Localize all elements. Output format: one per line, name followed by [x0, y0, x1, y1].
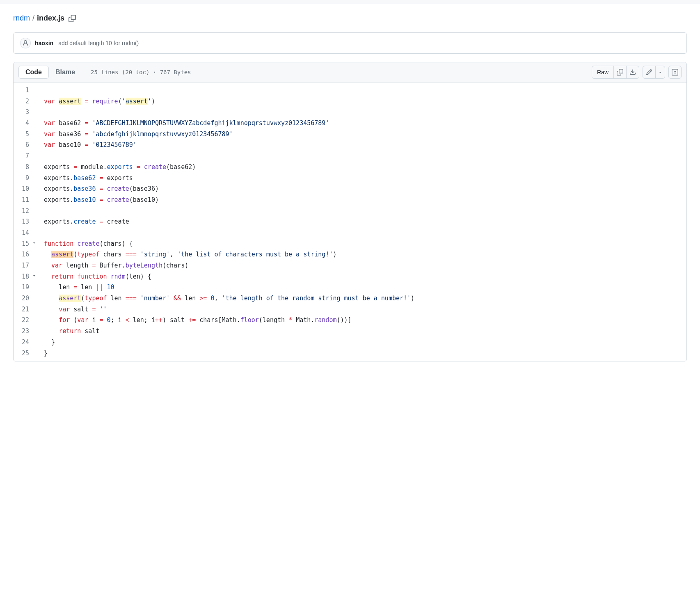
code-line[interactable]: 1	[14, 85, 686, 96]
code-content[interactable]: }	[37, 348, 48, 359]
line-number[interactable]: 9	[14, 173, 37, 184]
line-number[interactable]: 6	[14, 139, 37, 151]
edit-icon[interactable]	[643, 66, 656, 79]
top-border	[0, 0, 700, 4]
code-content[interactable]: return function rndm(len) {	[37, 271, 151, 282]
code-line[interactable]: 12	[14, 206, 686, 217]
commit-author[interactable]: haoxin	[35, 40, 53, 46]
code-line[interactable]: 4var base62 = 'ABCDEFGHIJKLMNOPQRSTUVWXY…	[14, 118, 686, 129]
file-view-box: Code Blame 25 lines (20 loc) · 767 Bytes…	[13, 62, 687, 361]
code-line[interactable]: 5var base36 = 'abcdefghijklmnopqrstuvwxy…	[14, 129, 686, 140]
file-lines: 25 lines (20 loc)	[91, 69, 149, 75]
line-number[interactable]: 17	[14, 260, 37, 271]
line-number[interactable]: 2	[14, 96, 37, 107]
blob-tab-group: Code Blame	[18, 66, 82, 79]
code-content[interactable]: assert(typeof len === 'number' && len >=…	[37, 293, 414, 304]
tab-blame[interactable]: Blame	[49, 66, 82, 78]
line-number[interactable]: 20	[14, 293, 37, 304]
edit-dropdown-icon[interactable]	[655, 66, 665, 79]
code-area[interactable]: 12var assert = require('assert')34var ba…	[14, 82, 686, 361]
line-number[interactable]: 8	[14, 162, 37, 173]
line-number[interactable]: 19	[14, 282, 37, 293]
line-number[interactable]: 5	[14, 129, 37, 140]
code-line[interactable]: 15function create(chars) {	[14, 238, 686, 249]
code-line[interactable]: 13exports.create = create	[14, 216, 686, 227]
code-content[interactable]: var base62 = 'ABCDEFGHIJKLMNOPQRSTUVWXYZ…	[37, 118, 329, 129]
code-content[interactable]	[37, 227, 44, 238]
code-line[interactable]: 3	[14, 107, 686, 118]
code-line[interactable]: 2var assert = require('assert')	[14, 96, 686, 107]
code-content[interactable]: function create(chars) {	[37, 238, 133, 249]
code-line[interactable]: 7	[14, 151, 686, 162]
code-content[interactable]: exports = module.exports = create(base62…	[37, 162, 196, 173]
line-number[interactable]: 3	[14, 107, 37, 118]
line-number[interactable]: 18	[14, 271, 37, 282]
line-number[interactable]: 15	[14, 238, 37, 249]
code-content[interactable]: return salt	[37, 326, 99, 337]
code-line[interactable]: 24 }	[14, 337, 686, 348]
code-line[interactable]: 6var base10 = '0123456789'	[14, 139, 686, 151]
code-content[interactable]: for (var i = 0; i < len; i++) salt += ch…	[37, 315, 352, 326]
copy-icon[interactable]	[613, 66, 627, 79]
line-number[interactable]: 4	[14, 118, 37, 129]
code-line[interactable]: 16 assert(typeof chars === 'string', 'th…	[14, 249, 686, 260]
line-number[interactable]: 16	[14, 249, 37, 260]
code-content[interactable]: var length = Buffer.byteLength(chars)	[37, 260, 188, 271]
code-line[interactable]: 11exports.base10 = create(base10)	[14, 194, 686, 206]
code-content[interactable]: }	[37, 337, 55, 348]
code-line[interactable]: 14	[14, 227, 686, 238]
chevron-down-icon[interactable]	[32, 240, 37, 247]
code-content[interactable]: var salt = ''	[37, 304, 107, 315]
code-content[interactable]	[37, 206, 44, 217]
code-content[interactable]: var base36 = 'abcdefghijklmnopqrstuvwxyz…	[37, 129, 233, 140]
code-content[interactable]: len = len || 10	[37, 282, 114, 293]
code-content[interactable]: var assert = require('assert')	[37, 96, 155, 107]
line-number[interactable]: 7	[14, 151, 37, 162]
tab-code[interactable]: Code	[18, 66, 49, 79]
raw-button[interactable]: Raw	[592, 66, 614, 79]
breadcrumb-file: index.js	[37, 14, 64, 23]
code-content[interactable]: exports.base10 = create(base10)	[37, 194, 159, 206]
line-number[interactable]: 25	[14, 348, 37, 359]
file-size: 767 Bytes	[160, 69, 191, 75]
code-content[interactable]: assert(typeof chars === 'string', 'the l…	[37, 249, 336, 260]
code-line[interactable]: 20 assert(typeof len === 'number' && len…	[14, 293, 686, 304]
code-content[interactable]	[37, 107, 44, 118]
code-content[interactable]: var base10 = '0123456789'	[37, 139, 137, 151]
code-content[interactable]: exports.base36 = create(base36)	[37, 183, 159, 194]
line-number[interactable]: 21	[14, 304, 37, 315]
line-number[interactable]: 10	[14, 183, 37, 194]
dot-separator: ·	[153, 69, 156, 75]
latest-commit-box[interactable]: haoxin add default length 10 for rndm()	[13, 32, 687, 54]
code-line[interactable]: 22 for (var i = 0; i < len; i++) salt +=…	[14, 315, 686, 326]
line-number[interactable]: 23	[14, 326, 37, 337]
line-number[interactable]: 13	[14, 216, 37, 227]
code-line[interactable]: 23 return salt	[14, 326, 686, 337]
code-line[interactable]: 10exports.base36 = create(base36)	[14, 183, 686, 194]
symbols-icon[interactable]	[668, 66, 682, 79]
avatar[interactable]	[20, 38, 31, 48]
code-line[interactable]: 21 var salt = ''	[14, 304, 686, 315]
code-line[interactable]: 17 var length = Buffer.byteLength(chars)	[14, 260, 686, 271]
line-number[interactable]: 11	[14, 194, 37, 206]
code-line[interactable]: 9exports.base62 = exports	[14, 173, 686, 184]
line-number[interactable]: 1	[14, 85, 37, 96]
line-number[interactable]: 12	[14, 206, 37, 217]
code-content[interactable]: exports.create = create	[37, 216, 129, 227]
chevron-down-icon[interactable]	[32, 273, 37, 280]
copy-path-icon[interactable]	[69, 15, 76, 22]
code-content[interactable]	[37, 151, 44, 162]
line-number[interactable]: 14	[14, 227, 37, 238]
code-content[interactable]: exports.base62 = exports	[37, 173, 133, 184]
file-header: Code Blame 25 lines (20 loc) · 767 Bytes…	[14, 62, 686, 82]
download-icon[interactable]	[626, 66, 639, 79]
code-content[interactable]	[37, 85, 44, 96]
code-line[interactable]: 8exports = module.exports = create(base6…	[14, 162, 686, 173]
code-line[interactable]: 18 return function rndm(len) {	[14, 271, 686, 282]
line-number[interactable]: 22	[14, 315, 37, 326]
commit-message[interactable]: add default length 10 for rndm()	[58, 40, 139, 46]
code-line[interactable]: 25}	[14, 348, 686, 359]
code-line[interactable]: 19 len = len || 10	[14, 282, 686, 293]
breadcrumb-repo-link[interactable]: rndm	[13, 14, 30, 23]
line-number[interactable]: 24	[14, 337, 37, 348]
